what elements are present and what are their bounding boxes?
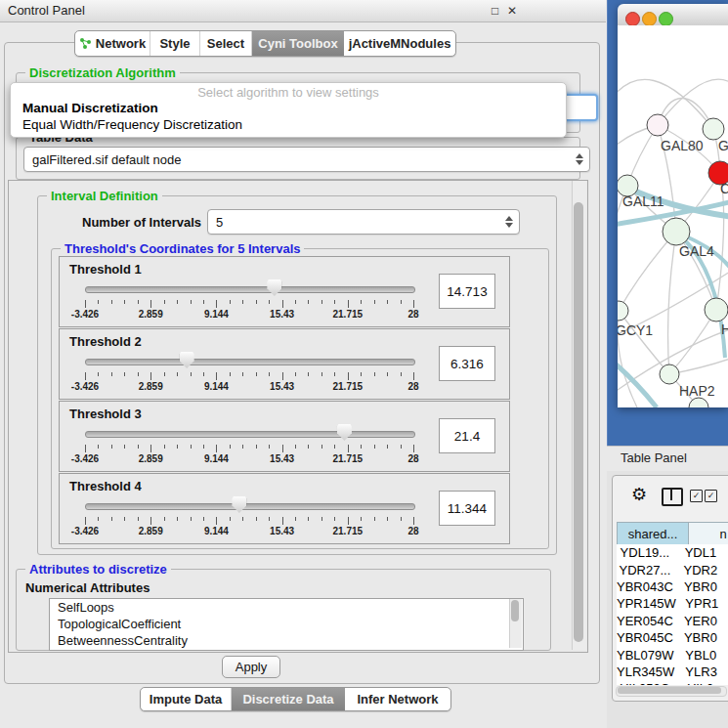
network-canvas[interactable]: GAL80 GA C GAL11 GAL4 GCY1 H HAP2 [618, 25, 728, 407]
cell: YBR045C [617, 630, 673, 645]
tab-select[interactable]: Select [200, 31, 252, 56]
settings-scrollbar-thumb[interactable] [574, 202, 583, 642]
threshold-4-panel: Threshold 4 -3.4262.8599.14415.4321.7152… [59, 473, 510, 544]
tab-cyni-toolbox[interactable]: Cyni Toolbox [252, 31, 344, 56]
tick-mark [269, 445, 270, 449]
table-row[interactable]: YIL053CYIL0 [617, 680, 728, 685]
label-gal80: GAL80 [661, 138, 704, 153]
close-icon[interactable]: ✕ [507, 4, 517, 18]
tick-mark [230, 372, 231, 376]
threshold-3-value-field[interactable]: 21.4 [439, 418, 495, 453]
list-item[interactable]: SelfLoops [50, 599, 523, 616]
tick-mark [242, 445, 243, 449]
columns-icon[interactable] [662, 488, 683, 506]
tick-mark [242, 300, 243, 304]
table-row[interactable]: YDL19...YDL1 [617, 544, 728, 561]
node-h[interactable] [705, 298, 728, 321]
table-hscrollbar-thumb[interactable] [618, 687, 721, 694]
node-hap2[interactable] [660, 364, 679, 384]
numerical-attributes-list[interactable]: SelfLoops TopologicalCoefficient Between… [49, 598, 524, 651]
tick-mark [401, 300, 402, 304]
float-window-icon[interactable]: □ [492, 4, 498, 18]
table-row[interactable]: YDR27...YDR2 [617, 561, 728, 578]
tick-label: 9.144 [204, 381, 229, 392]
tick-mark [164, 372, 165, 376]
network-window: GAL80 GA C GAL11 GAL4 GCY1 H HAP2 [618, 4, 728, 407]
tab-jactivemnodules[interactable]: jActiveMNodules [344, 31, 455, 56]
zoom-traffic-light-icon[interactable] [659, 12, 673, 26]
network-icon [79, 37, 92, 50]
table-row[interactable]: YLR345WYLR3 [617, 664, 728, 680]
tick-label: 28 [407, 309, 418, 320]
list-item[interactable]: BetweennessCentrality [50, 632, 523, 649]
tick-mark [242, 517, 243, 521]
tick-label: -3.426 [71, 381, 99, 392]
tick-mark [374, 517, 375, 521]
threshold-1-panel: Threshold 1 -3.4262.8599.14415.4321.7152… [59, 256, 510, 327]
checkbox-icon[interactable]: ✓ [690, 490, 703, 502]
tick-mark [203, 445, 204, 449]
list-scrollbar-thumb[interactable] [511, 600, 519, 621]
cell: YIL053C [617, 681, 673, 685]
interval-definition-title: Interval Definition [47, 189, 162, 203]
tick-mark [374, 300, 375, 304]
threshold-2-slider-thumb[interactable] [180, 352, 194, 368]
table-data-combo[interactable]: galFiltered.sif default node [23, 147, 590, 172]
tick-mark [401, 517, 402, 521]
apply-button[interactable]: Apply [222, 656, 280, 678]
threshold-2-value-field[interactable]: 6.316 [439, 346, 495, 381]
threshold-4-slider-track[interactable] [85, 503, 415, 510]
node-gal4[interactable] [663, 218, 690, 245]
column-header-shared-name[interactable]: shared... [617, 522, 689, 545]
tick-mark [203, 372, 204, 376]
threshold-3-slider-thumb[interactable] [337, 424, 352, 441]
tab-network-label: Network [96, 36, 146, 51]
table-row[interactable]: YBR043CYBR0 [617, 578, 728, 595]
column-header-name[interactable]: n [688, 522, 728, 545]
minimize-traffic-light-icon[interactable] [642, 12, 657, 26]
threshold-1-value-field[interactable]: 14.713 [439, 274, 495, 309]
label-gal11: GAL11 [622, 193, 664, 209]
tick-mark [256, 517, 257, 521]
tab-network[interactable]: Network [75, 31, 150, 56]
table-row[interactable]: YER054CYER0 [617, 613, 728, 629]
threshold-2-slider-track[interactable] [85, 359, 415, 365]
node-gcy1[interactable] [618, 301, 628, 321]
tab-discretize-data[interactable]: Discretize Data [232, 688, 345, 710]
num-intervals-combo[interactable]: 5 [207, 209, 520, 235]
node-ga[interactable] [703, 118, 724, 140]
tick-mark [348, 517, 349, 525]
table-row[interactable]: YBL079WYBL0 [617, 646, 728, 663]
dropdown-option-equal-width[interactable]: Equal Width/Frequency Discretization [22, 117, 242, 132]
node-table[interactable]: YDL19...YDL1 YDR27...YDR2 YBR043CYBR0 YP… [617, 544, 728, 685]
tick-mark [256, 445, 257, 449]
node-gal80[interactable] [647, 114, 668, 136]
threshold-3-slider-track[interactable] [85, 431, 415, 438]
tick-mark [387, 517, 388, 521]
table-row[interactable]: YPR145WYPR1 [617, 595, 728, 612]
table-row[interactable]: YBR045CYBR0 [617, 629, 728, 646]
checkbox-icon[interactable]: ✓ [705, 490, 717, 502]
gear-icon[interactable]: ⚙ [631, 484, 647, 505]
cell: YDR2 [673, 563, 728, 578]
tick-mark [111, 372, 112, 376]
tab-impute-data[interactable]: Impute Data [141, 688, 232, 710]
threshold-4-label: Threshold 4 [69, 479, 142, 493]
threshold-1-slider-track[interactable] [85, 286, 415, 293]
tick-mark [387, 372, 388, 376]
tick-mark [111, 300, 112, 304]
threshold-4-value-field[interactable]: 11.344 [439, 491, 495, 526]
close-traffic-light-icon[interactable] [625, 12, 640, 26]
list-item[interactable]: TopologicalCoefficient [50, 616, 523, 632]
threshold-4-slider-thumb[interactable] [232, 496, 246, 513]
threshold-1-slider-thumb[interactable] [267, 279, 281, 296]
tick-mark [164, 517, 165, 521]
tick-mark [334, 517, 335, 521]
algorithm-dropdown-popup: Select algorithm to view settings Manual… [10, 82, 567, 138]
tick-mark [256, 300, 257, 304]
tab-infer-network[interactable]: Infer Network [345, 688, 450, 710]
tick-label: 2.859 [139, 453, 163, 464]
tick-mark [98, 517, 99, 521]
dropdown-option-manual[interactable]: Manual Discretization [22, 101, 158, 115]
tab-style[interactable]: Style [150, 31, 200, 56]
